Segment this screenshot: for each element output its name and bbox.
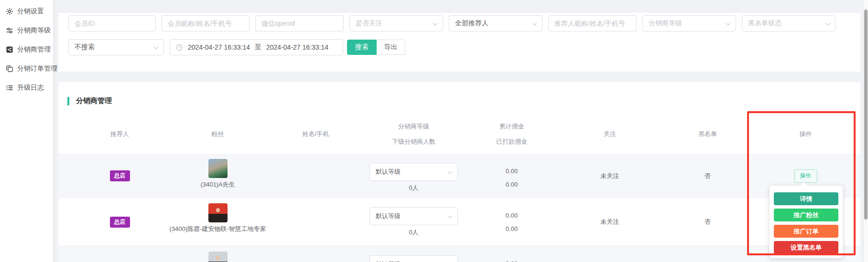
follow-status: 未关注	[561, 198, 659, 246]
sidebar-item-label: 分销商管理	[17, 45, 51, 54]
chevron-down-icon	[448, 214, 453, 219]
name-phone-cell	[267, 154, 365, 198]
time-search-mode-value: 不搜索	[75, 43, 95, 52]
action-menu-item-detail[interactable]: 详情	[774, 192, 838, 205]
commission-paid: 0.00	[506, 225, 518, 232]
wechat-openid-input[interactable]	[255, 15, 344, 31]
level-select[interactable]: 默认等级	[369, 207, 458, 225]
avatar	[208, 203, 228, 222]
vertical-scrollbar[interactable]	[863, 0, 868, 262]
name-phone-cell	[267, 198, 365, 246]
table-header-row: 推荐人 粉丝 姓名/手机 分销商等级 下级分销商人数 累计佣金 已打款佣金 关注…	[58, 115, 860, 154]
distribution-admin-page: 分销设置 分销商等级 分销商管理 分销订单管理	[0, 0, 868, 262]
name-phone-cell	[267, 246, 365, 262]
table-row: 默认等级 0.00	[58, 246, 860, 262]
table-row: 总店 (3401)A先生 默认等级 0人 0.00 0.00 未关注 否 操作	[58, 154, 860, 198]
header-name-phone: 姓名/手机	[267, 115, 365, 154]
clock-icon	[176, 44, 183, 51]
blacklist-status-select[interactable]: 黑名单状态	[742, 15, 835, 31]
section-title: 分销商管理	[67, 96, 112, 105]
header-level-line2: 下级分销商人数	[392, 137, 435, 146]
member-keyword-input[interactable]	[162, 15, 250, 31]
header-blacklist: 黑名单	[659, 115, 757, 154]
avatar	[208, 252, 228, 262]
commission-total: 0.00	[506, 168, 518, 175]
chevron-down-icon	[532, 21, 537, 26]
referrer-select-value: 全部推荐人	[455, 19, 488, 28]
referrer-badge: 总店	[110, 217, 130, 228]
action-menu-item-promote-orders[interactable]: 推广订单	[774, 225, 838, 238]
header-level-line1: 分销商等级	[398, 122, 429, 131]
commission-total: 0.00	[506, 260, 518, 262]
list-icon	[6, 84, 13, 92]
referrer-keyword-input[interactable]	[548, 15, 637, 31]
level-select[interactable]: 默认等级	[369, 163, 458, 181]
action-menu-item-set-blacklist[interactable]: 设置黑名单	[774, 241, 838, 254]
sub-distributor-count: 0人	[409, 184, 418, 192]
header-action: 操作	[757, 115, 855, 154]
search-button[interactable]: 搜索	[347, 40, 377, 55]
sub-distributor-count: 0人	[409, 228, 418, 237]
fan-name: (3400)陈霞-建安物联-智慧工地专家	[169, 225, 266, 233]
row-action-button[interactable]: 操作	[794, 169, 817, 183]
sidebar-item-label: 分销设置	[17, 7, 44, 16]
chevron-down-icon	[448, 169, 453, 174]
filter-panel: 是否关注 全部推荐人 分销商等级 黑名单状态 不搜索	[58, 13, 860, 72]
header-commission-line1: 累计佣金	[499, 122, 524, 131]
header-follow: 关注	[561, 115, 659, 154]
distributor-level-placeholder: 分销商等级	[649, 19, 682, 28]
level-select[interactable]: 默认等级	[369, 255, 458, 262]
date-range-picker[interactable]: 2024-04-27 16:33:14 至 2024-04-27 16:33:1…	[170, 39, 343, 55]
header-fans: 粉丝	[169, 115, 267, 154]
header-level: 分销商等级 下级分销商人数	[365, 115, 463, 154]
header-referrer: 推荐人	[71, 115, 169, 154]
chevron-down-icon	[825, 21, 830, 26]
date-separator: 至	[255, 43, 261, 52]
chevron-down-icon	[726, 21, 731, 26]
fan-name: (3401)A先生	[200, 180, 235, 189]
level-select-value: 默认等级	[376, 260, 401, 262]
sidebar-item-label: 分销订单管理	[17, 64, 57, 73]
gear-icon	[6, 8, 13, 15]
sidebar-item-distributor-management[interactable]: 分销商管理	[0, 40, 53, 59]
follow-status-select[interactable]: 是否关注	[349, 15, 443, 31]
sidebar-item-distributor-levels[interactable]: 分销商等级	[0, 21, 53, 40]
level-select-value: 默认等级	[376, 212, 401, 220]
sidebar-item-label: 升级日志	[17, 84, 44, 92]
level-select-value: 默认等级	[376, 168, 401, 176]
share-icon	[6, 46, 13, 53]
follow-status-placeholder: 是否关注	[356, 19, 382, 28]
export-button[interactable]: 导出	[377, 40, 405, 55]
commission-total: 0.00	[506, 212, 518, 219]
date-start-value: 2024-04-27 16:33:14	[188, 43, 250, 51]
distributor-table-card: 分销商管理 推荐人 粉丝 姓名/手机 分销商等级 下级分销商人数 累计佣金 已打…	[58, 82, 860, 262]
section-title-text: 分销商管理	[76, 96, 112, 105]
sidebar-item-upgrade-log[interactable]: 升级日志	[0, 78, 53, 97]
referrer-select[interactable]: 全部推荐人	[449, 15, 542, 31]
sidebar-item-distribution-orders[interactable]: 分销订单管理	[0, 59, 53, 78]
date-end-value: 2024-04-27 16:33:14	[266, 43, 328, 51]
table-row: 总店 (3400)陈霞-建安物联-智慧工地专家 默认等级 0人 0.00 0.0…	[58, 198, 860, 246]
header-commission-line2: 已打款佣金	[496, 137, 527, 146]
chevron-down-icon	[433, 21, 438, 26]
distributor-level-select[interactable]: 分销商等级	[642, 15, 736, 31]
action-menu-item-promote-fans[interactable]: 推广粉丝	[774, 209, 838, 221]
time-search-mode-select[interactable]: 不搜索	[68, 39, 164, 55]
blacklist-status: 否	[659, 154, 757, 198]
scrollbar-thumb[interactable]	[864, 10, 868, 220]
sliders-icon	[6, 27, 13, 34]
member-id-input[interactable]	[68, 15, 156, 31]
sidebar: 分销设置 分销商等级 分销商管理 分销订单管理	[0, 0, 54, 262]
blacklist-status: 否	[659, 198, 757, 246]
referrer-badge: 总店	[110, 170, 130, 181]
commission-paid: 0.00	[506, 181, 518, 188]
sidebar-item-distribution-settings[interactable]: 分销设置	[0, 2, 53, 21]
avatar	[208, 159, 228, 178]
sidebar-item-label: 分销商等级	[17, 26, 51, 35]
blacklist-status-placeholder: 黑名单状态	[748, 19, 781, 28]
follow-status: 未关注	[561, 154, 659, 198]
action-menu-popup: 详情 推广粉丝 推广订单 设置黑名单	[770, 186, 843, 258]
copy-icon	[6, 65, 13, 73]
header-commission: 累计佣金 已打款佣金	[463, 115, 561, 154]
accent-bar	[67, 97, 69, 105]
